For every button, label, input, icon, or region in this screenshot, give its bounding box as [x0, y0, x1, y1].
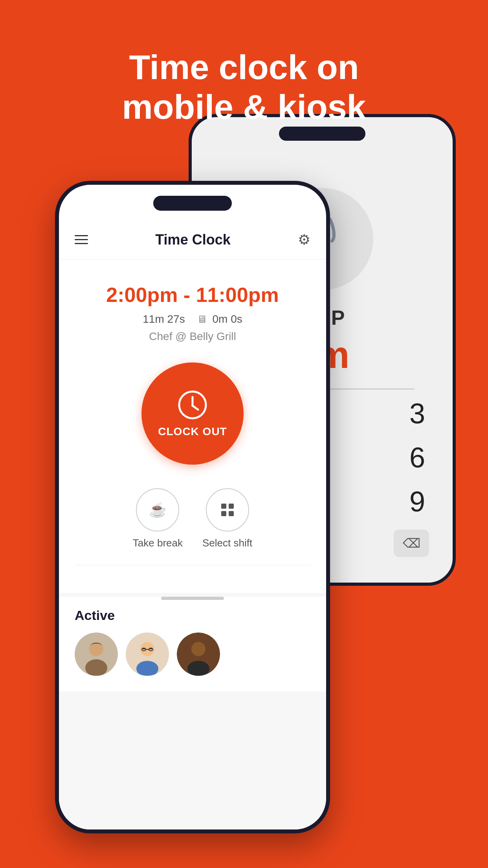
clock-out-button[interactable]: CLOCK OUT: [141, 362, 244, 465]
svg-point-9: [85, 659, 107, 676]
active-label: Active: [75, 608, 310, 623]
clock-out-icon: [177, 389, 208, 421]
shift-time: 2:00pm - 11:00pm: [106, 283, 279, 307]
numpad-6[interactable]: 6: [409, 441, 425, 474]
select-shift-button[interactable]: Select shift: [202, 488, 252, 549]
clock-out-label: CLOCK OUT: [158, 425, 227, 438]
numpad-backspace[interactable]: ⌫: [394, 530, 429, 557]
fg-phone-notch: [153, 196, 232, 211]
avatar-person-2: [126, 633, 169, 676]
settings-icon[interactable]: ⚙: [298, 232, 310, 248]
svg-rect-6: [229, 511, 234, 516]
take-break-circle: ☕: [136, 488, 179, 531]
mobile-phone: Time Clock ⚙ 2:00pm - 11:00pm 11m 27s 🖥 …: [55, 181, 330, 833]
svg-line-2: [193, 406, 198, 410]
take-break-label: Take break: [133, 537, 183, 549]
take-break-button[interactable]: ☕ Take break: [133, 488, 183, 549]
app-main: 2:00pm - 11:00pm 11m 27s 🖥 0m 0s Chef @ …: [59, 259, 326, 593]
elapsed-time: 11m 27s: [143, 313, 185, 326]
active-section: Active: [75, 608, 310, 676]
break-time-icon: 🖥: [197, 313, 207, 325]
avatar-1[interactable]: [75, 633, 118, 676]
svg-rect-5: [221, 511, 226, 516]
svg-rect-4: [229, 504, 234, 509]
numpad-9[interactable]: 9: [409, 485, 425, 518]
section-divider: [75, 565, 310, 565]
bg-phone-notch: [279, 127, 365, 141]
page-headline: Time clock on mobile & kiosk: [0, 47, 488, 127]
avatar-person-3: [177, 633, 220, 676]
shift-location: Chef @ Belly Grill: [149, 330, 236, 343]
avatar-3[interactable]: [177, 633, 220, 676]
grid-icon: [220, 502, 235, 518]
app-title: Time Clock: [155, 232, 230, 248]
avatars-row: [75, 633, 310, 676]
select-shift-label: Select shift: [202, 537, 252, 549]
select-shift-circle: [206, 488, 249, 531]
scroll-handle: [161, 597, 224, 600]
bottom-section: Active: [59, 597, 326, 691]
coffee-icon: ☕: [149, 502, 167, 518]
break-time: 0m 0s: [212, 313, 242, 325]
avatar-person-1: [75, 633, 118, 676]
action-buttons: ☕ Take break Select shift: [133, 488, 252, 549]
numpad-3[interactable]: 3: [409, 397, 425, 430]
svg-rect-3: [221, 504, 226, 509]
avatar-2[interactable]: [126, 633, 169, 676]
app-header: Time Clock ⚙: [59, 220, 326, 259]
menu-icon[interactable]: [75, 235, 88, 244]
svg-point-8: [89, 642, 103, 656]
shift-meta: 11m 27s 🖥 0m 0s: [143, 313, 242, 326]
svg-point-17: [191, 642, 205, 656]
